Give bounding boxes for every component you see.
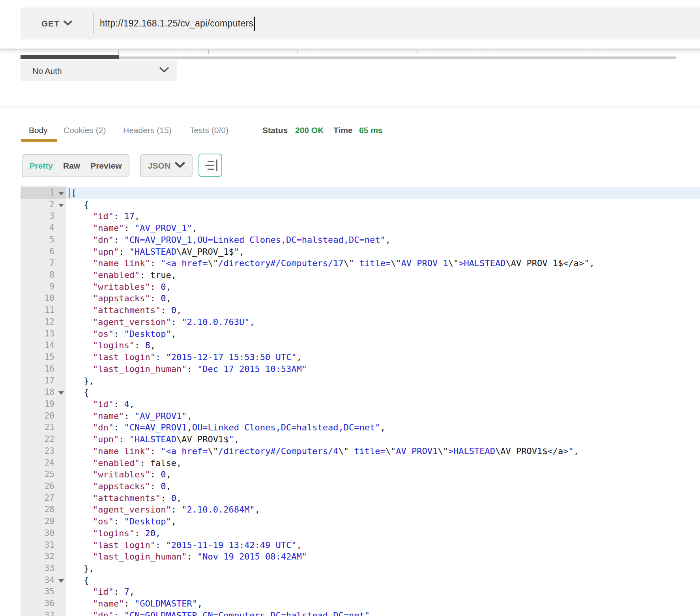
tab-indicator-track <box>119 56 676 59</box>
gutter-cell: 34 <box>21 575 66 586</box>
tab-tests[interactable]: Tests (0/0) <box>190 126 228 135</box>
code-text: "os": "Desktop", <box>66 516 700 528</box>
code-text: { <box>66 387 700 398</box>
method-selector[interactable]: GET <box>41 8 72 39</box>
code-line: 24"enabled": false, <box>0 457 700 469</box>
code-line: 21"dn": "CN=AV_PROV1,OU=Linked Clones,DC… <box>0 422 700 434</box>
code-line: 31"last_login": "2015-11-19 13:42:49 UTC… <box>0 539 700 551</box>
code-line: 5"dn": "CN=AV_PROV_1,OU=Linked Clones,DC… <box>0 234 700 246</box>
code-line: 1[ <box>0 187 700 199</box>
mode-pretty-button[interactable]: Pretty <box>29 161 53 171</box>
gutter-cell: 11 <box>21 304 66 316</box>
auth-type-select[interactable]: No Auth <box>21 60 177 81</box>
line-number: 19 <box>45 398 54 410</box>
line-number: 24 <box>45 457 54 469</box>
text-cursor <box>254 17 255 31</box>
active-tab-underline <box>21 139 57 142</box>
code-line: 20"name": "AV_PROV1", <box>0 410 700 422</box>
code-line: 4"name": "AV_PROV_1", <box>0 222 700 234</box>
line-number: 2 <box>49 199 54 211</box>
line-number: 5 <box>49 234 54 246</box>
line-number: 3 <box>49 210 54 222</box>
gutter-cell: 17 <box>21 375 66 387</box>
mode-raw-button[interactable]: Raw <box>63 161 80 171</box>
tab-headers[interactable]: Headers (15) <box>123 126 172 135</box>
code-text: "enabled": false, <box>66 457 700 469</box>
status-badge: 200 OK <box>295 126 324 135</box>
tab-separator <box>297 49 298 54</box>
code-text: "appstacks": 0, <box>66 293 700 304</box>
code-text: "id": 17, <box>66 210 700 222</box>
line-number: 16 <box>45 363 54 375</box>
line-number: 8 <box>49 269 54 281</box>
code-text: "agent_version": "2.10.0.763U", <box>66 316 700 328</box>
tab-separator <box>417 49 417 54</box>
code-text: { <box>66 575 700 586</box>
line-number: 27 <box>45 492 54 504</box>
url-input[interactable]: http://192.168.1.25/cv_api/computers <box>100 8 255 39</box>
line-number: 22 <box>45 434 54 445</box>
code-line: 37"dn": "CN=GOLDMASTER,CN=Computers,DC=h… <box>0 610 700 616</box>
chevron-down-icon <box>175 162 185 169</box>
code-line: 28"agent_version": "2.10.0.2684M", <box>0 504 700 516</box>
tab-body[interactable]: Body <box>29 126 48 135</box>
code-line: 2{ <box>0 199 700 211</box>
line-number: 21 <box>45 422 54 434</box>
code-line: 27"attachments": 0, <box>0 492 700 504</box>
code-line: 9"writables": 0, <box>0 281 700 293</box>
code-line: 14"logins": 8, <box>0 340 700 351</box>
code-text: }, <box>66 375 700 387</box>
response-body-editor[interactable]: 1[2{3"id": 17,4"name": "AV_PROV_1",5"dn"… <box>0 186 700 616</box>
line-number: 26 <box>45 481 54 492</box>
line-number: 6 <box>49 246 54 258</box>
tab-separator <box>118 49 119 54</box>
gutter-cell: 10 <box>21 293 66 304</box>
line-number: 10 <box>45 293 54 304</box>
line-number: 11 <box>45 304 54 316</box>
code-line: 6"upn": "HALSTEAD\AV_PROV_1$", <box>0 246 700 258</box>
time-value: 65 ms <box>359 126 383 135</box>
gutter-cell: 26 <box>21 481 66 492</box>
line-number: 20 <box>45 410 54 422</box>
code-line: 35"id": 7, <box>0 586 700 598</box>
line-number: 23 <box>45 445 54 457</box>
fold-arrow-icon[interactable] <box>58 579 64 583</box>
fold-arrow-icon[interactable] <box>58 192 64 195</box>
fold-arrow-icon[interactable] <box>58 204 64 207</box>
line-number: 13 <box>45 328 54 340</box>
chevron-down-icon <box>159 67 169 74</box>
line-number: 31 <box>45 539 54 551</box>
code-text: "agent_version": "2.10.0.2684M", <box>66 504 700 516</box>
format-code-button[interactable] <box>198 154 222 177</box>
line-number: 30 <box>45 528 54 539</box>
gutter-cell: 13 <box>21 328 66 340</box>
code-line: 12"agent_version": "2.10.0.763U", <box>0 316 700 328</box>
code-text: "appstacks": 0, <box>66 481 700 492</box>
active-tab-indicator <box>21 55 119 59</box>
align-right-icon <box>203 160 217 171</box>
code-line: 19"id": 4, <box>0 398 700 410</box>
gutter-cell: 21 <box>21 422 66 434</box>
fold-arrow-icon[interactable] <box>58 391 64 395</box>
gutter-cell: 32 <box>21 551 66 563</box>
mode-preview-button[interactable]: Preview <box>90 161 122 171</box>
line-number: 7 <box>49 257 54 269</box>
code-line: 7"name_link": "<a href=\"/directory#/Com… <box>0 257 700 269</box>
gutter-cell: 31 <box>21 539 66 551</box>
line-number: 1 <box>49 187 54 199</box>
code-rows: 1[2{3"id": 17,4"name": "AV_PROV_1",5"dn"… <box>0 186 700 616</box>
code-text: "name_link": "<a href=\"/directory#/Comp… <box>66 445 700 457</box>
code-text: { <box>66 199 700 211</box>
line-number: 37 <box>45 610 54 616</box>
gutter-cell: 16 <box>21 363 66 375</box>
section-divider <box>0 107 700 107</box>
code-text: "dn": "CN=GOLDMASTER,CN=Computers,DC=hal… <box>66 610 700 616</box>
tab-cookies[interactable]: Cookies (2) <box>64 126 106 135</box>
language-select[interactable]: JSON <box>140 154 193 177</box>
line-number: 14 <box>45 340 54 351</box>
request-tabs-strip <box>0 49 700 54</box>
line-number: 9 <box>49 281 54 293</box>
gutter-cell: 4 <box>21 222 66 234</box>
gutter-cell: 20 <box>21 410 66 422</box>
gutter-cell: 37 <box>21 610 66 616</box>
